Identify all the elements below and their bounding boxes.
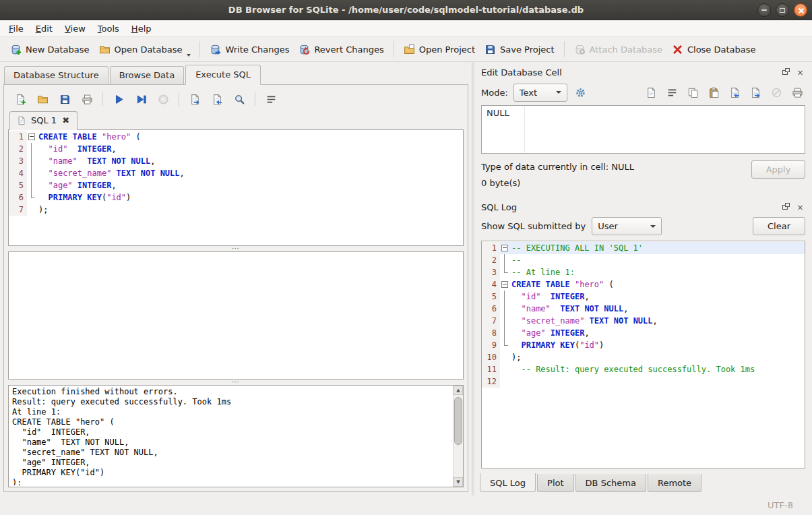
print-button[interactable]: [79, 91, 95, 107]
scrollbar-thumb[interactable]: [454, 397, 462, 445]
sql-log-float-button[interactable]: [780, 202, 790, 212]
title-bar[interactable]: DB Browser for SQLite - /home/user/code/…: [0, 0, 812, 20]
scroll-up-icon[interactable]: ▲: [454, 386, 463, 395]
code-text: --: [509, 254, 805, 266]
cell-editor[interactable]: NULL: [481, 105, 805, 154]
cell-word-wrap-button[interactable]: [664, 84, 680, 100]
close-button[interactable]: [794, 3, 807, 17]
fold-marker-icon[interactable]: [27, 131, 36, 143]
paste-button[interactable]: [706, 84, 722, 100]
code-line[interactable]: 5 "age" INTEGER,: [9, 179, 463, 191]
code-line[interactable]: 4 "secret_name" TEXT NOT NULL,: [9, 167, 463, 179]
save-sql-file-button[interactable]: [57, 91, 73, 107]
execute-all-button[interactable]: [111, 91, 127, 107]
menu-view[interactable]: View: [59, 22, 92, 36]
menu-tools[interactable]: Tools: [92, 22, 125, 36]
code-line[interactable]: 2--: [482, 254, 805, 266]
splitter-handle[interactable]: ⋯: [8, 380, 464, 385]
minimize-button[interactable]: [757, 3, 771, 17]
tab-remote[interactable]: Remote: [648, 474, 701, 492]
open-sql-file-button[interactable]: [34, 91, 51, 107]
sql-log-close-button[interactable]: ×: [795, 202, 805, 212]
word-wrap-button[interactable]: [263, 91, 279, 107]
code-text: PRIMARY KEY("id"): [509, 339, 805, 351]
open-file-button[interactable]: [643, 84, 659, 100]
new-database-button[interactable]: New Database: [5, 40, 94, 59]
code-line[interactable]: 12: [482, 375, 805, 388]
scroll-down-icon[interactable]: ▼: [454, 477, 463, 487]
export-button[interactable]: [747, 84, 763, 100]
new-tab-button[interactable]: [12, 91, 28, 107]
tab-browse-data[interactable]: Browse Data: [110, 66, 185, 84]
copy-button[interactable]: [685, 84, 701, 100]
code-line[interactable]: 5 "id" INTEGER,: [482, 291, 805, 303]
fold-guide: [500, 291, 509, 303]
code-line[interactable]: 8 "age" INTEGER,: [482, 327, 805, 339]
output-line: At line 1:: [12, 407, 451, 417]
tab-execute-sql[interactable]: Execute SQL: [185, 65, 261, 85]
code-line[interactable]: 7);: [9, 204, 463, 216]
main-tab-bar: Database Structure Browse Data Execute S…: [0, 64, 472, 84]
write-changes-button[interactable]: Write Changes: [205, 40, 294, 59]
log-filter-select[interactable]: User: [592, 217, 662, 235]
fold-marker-icon[interactable]: [500, 242, 509, 254]
menu-help[interactable]: Help: [125, 22, 158, 36]
tab-plot[interactable]: Plot: [537, 474, 574, 492]
cell-print-button[interactable]: [789, 84, 805, 100]
edit-cell-close-button[interactable]: ×: [795, 67, 805, 78]
open-database-button[interactable]: Open Database: [94, 40, 187, 59]
code-line[interactable]: 3-- At line 1:: [482, 266, 805, 278]
maximize-icon: [780, 8, 785, 13]
edit-cell-float-button[interactable]: [780, 67, 790, 78]
sql-file-icon: [17, 116, 26, 125]
code-line[interactable]: 10);: [482, 351, 805, 363]
apply-button[interactable]: Apply: [751, 160, 805, 179]
attach-database-button[interactable]: Attach Database: [569, 40, 667, 59]
fold-marker-icon[interactable]: [500, 278, 509, 291]
code-line[interactable]: 4CREATE TABLE "hero" (: [482, 278, 805, 291]
code-line[interactable]: 6 PRIMARY KEY("id"): [9, 191, 463, 204]
minimize-icon: [761, 9, 767, 11]
code-line[interactable]: 6 "name" TEXT NOT NULL,: [482, 303, 805, 315]
tab-db-schema[interactable]: DB Schema: [575, 474, 646, 492]
splitter-handle[interactable]: ⋯: [8, 246, 464, 251]
menu-file[interactable]: File: [3, 22, 30, 36]
open-project-button[interactable]: Open Project: [399, 40, 480, 59]
execute-current-line-icon: [135, 94, 147, 105]
maximize-button[interactable]: [776, 3, 789, 17]
code-line[interactable]: 9 PRIMARY KEY("id"): [482, 339, 805, 351]
stop-icon: [158, 94, 169, 105]
code-line[interactable]: 11 -- Result: query executed successfull…: [482, 363, 805, 375]
code-line[interactable]: 7 "secret_name" TEXT NOT NULL,: [482, 315, 805, 327]
find-button[interactable]: [231, 91, 247, 107]
code-line[interactable]: 1-- EXECUTING ALL IN 'SQL 1': [482, 242, 805, 254]
code-line[interactable]: 1CREATE TABLE "hero" (: [9, 131, 463, 143]
clear-log-button[interactable]: Clear: [753, 217, 805, 235]
export-csv-button[interactable]: [187, 91, 203, 107]
save-project-button[interactable]: Save Project: [480, 40, 559, 59]
sql-log-header: SQL Log ×: [474, 199, 812, 216]
results-grid[interactable]: [8, 251, 464, 380]
close-tab-icon[interactable]: ✖: [61, 116, 70, 125]
output-pane[interactable]: Execution finished without errors.Result…: [8, 385, 464, 487]
mode-select[interactable]: Text: [513, 84, 567, 102]
scrollbar-track[interactable]: [454, 395, 463, 477]
mode-settings-button[interactable]: [573, 84, 589, 100]
tab-database-structure[interactable]: Database Structure: [4, 66, 108, 84]
save-results-button[interactable]: [209, 91, 225, 107]
execute-current-line-button[interactable]: [133, 91, 149, 107]
stop-button[interactable]: [155, 91, 171, 107]
close-database-button[interactable]: Close Database: [667, 40, 761, 59]
sql-log-view[interactable]: 1-- EXECUTING ALL IN 'SQL 1'2--3-- At li…: [481, 241, 805, 468]
menu-edit[interactable]: Edit: [30, 22, 59, 36]
code-line[interactable]: 2 "id" INTEGER,: [9, 143, 463, 155]
revert-changes-button[interactable]: Revert Changes: [294, 40, 388, 59]
vertical-scrollbar[interactable]: ▲ ▼: [453, 386, 463, 487]
set-null-button[interactable]: [768, 84, 784, 100]
sql-editor[interactable]: 1CREATE TABLE "hero" (2 "id" INTEGER,3 "…: [8, 129, 464, 246]
code-line[interactable]: 3 "name" TEXT NOT NULL,: [9, 155, 463, 167]
open-database-dropdown[interactable]: [187, 54, 195, 61]
import-button[interactable]: [726, 84, 743, 100]
sql-file-tab[interactable]: SQL 1 ✖: [9, 111, 77, 130]
tab-sql-log[interactable]: SQL Log: [480, 473, 536, 492]
